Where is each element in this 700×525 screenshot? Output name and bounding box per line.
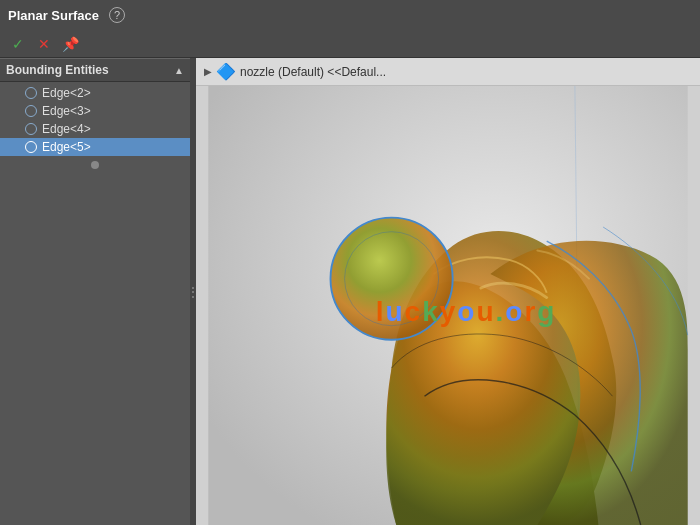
bounding-entities-section: Bounding Entities ▲ Edge<2>Edge<3>Edge<4… — [0, 58, 190, 172]
scroll-dot[interactable] — [91, 161, 99, 169]
canvas-area: luckyou.org — [196, 86, 700, 525]
collapse-button[interactable]: ▲ — [174, 65, 184, 76]
edge-label: Edge<4> — [42, 122, 91, 136]
viewport-svg — [196, 86, 700, 525]
model-label: nozzle (Default) <<Defaul... — [240, 65, 386, 79]
viewport[interactable]: ▶ 🔷 nozzle (Default) <<Defaul... — [196, 58, 700, 525]
left-panel: Bounding Entities ▲ Edge<2>Edge<3>Edge<4… — [0, 58, 190, 525]
bounding-entities-label: Bounding Entities — [6, 63, 109, 77]
main-layout: Bounding Entities ▲ Edge<2>Edge<3>Edge<4… — [0, 58, 700, 525]
cancel-button[interactable]: ✕ — [34, 34, 54, 54]
panel-title: Planar Surface — [8, 8, 99, 23]
pin-button[interactable]: 📌 — [60, 34, 80, 54]
bounding-entities-header[interactable]: Bounding Entities ▲ — [0, 58, 190, 82]
edge-label: Edge<3> — [42, 104, 91, 118]
edge-list-item[interactable]: Edge<2> — [0, 84, 190, 102]
title-bar: Planar Surface ? — [0, 0, 700, 30]
scroll-indicator — [0, 158, 190, 172]
help-button[interactable]: ? — [109, 7, 125, 23]
model-icon: 🔷 — [216, 62, 236, 81]
edge-list-item[interactable]: Edge<5> — [0, 138, 190, 156]
edge-label: Edge<2> — [42, 86, 91, 100]
edge-icon — [24, 122, 38, 136]
toolbar: ✓ ✕ 📌 — [0, 30, 700, 58]
edge-list-item[interactable]: Edge<3> — [0, 102, 190, 120]
edge-icon — [24, 140, 38, 154]
model-tree-bar[interactable]: ▶ 🔷 nozzle (Default) <<Defaul... — [196, 58, 700, 86]
edge-icon — [24, 104, 38, 118]
confirm-button[interactable]: ✓ — [8, 34, 28, 54]
expand-button[interactable]: ▶ — [204, 66, 212, 77]
edge-list: Edge<2>Edge<3>Edge<4>Edge<5> — [0, 82, 190, 158]
edge-list-item[interactable]: Edge<4> — [0, 120, 190, 138]
edge-icon — [24, 86, 38, 100]
edge-label: Edge<5> — [42, 140, 91, 154]
